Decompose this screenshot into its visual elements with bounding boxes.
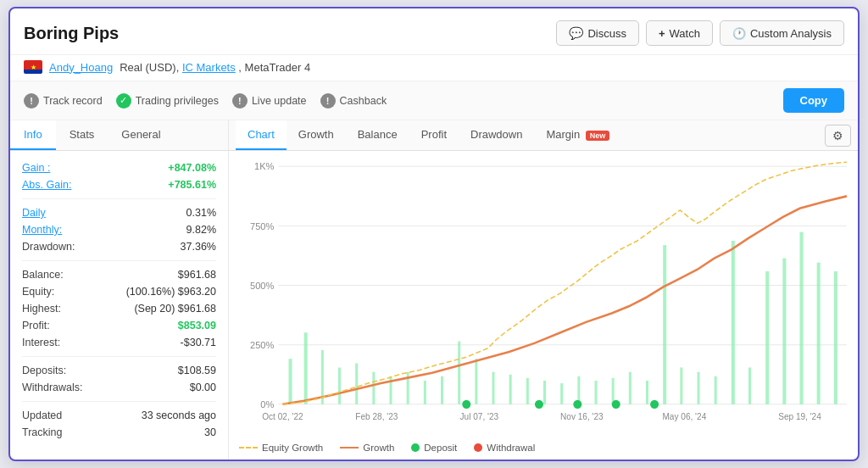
header-actions: 💬 Discuss + Watch 🕐 Custom Analysis [556,20,844,46]
svg-text:May 06, '24: May 06, '24 [662,412,706,421]
badge-cashback: ! Cashback [320,93,387,109]
drawdown-value: 37.36% [181,241,216,253]
withdrawal-label: Withdrawal [487,443,535,453]
deposits-value: $108.59 [178,365,216,376]
chart-svg: 1K% 750% 500% 250% 0% Oct 02, '22 Feb 28… [236,158,851,437]
svg-rect-28 [492,372,495,404]
header: Boring Pips 💬 Discuss + Watch 🕐 Custom A… [10,8,858,55]
svg-rect-37 [646,381,648,404]
monthly-label[interactable]: Monthly: [22,224,62,236]
custom-analysis-button[interactable]: 🕐 Custom Analysis [720,20,844,46]
growth-label: Growth [363,443,394,453]
clock-icon: 🕐 [732,27,746,40]
svg-text:750%: 750% [250,220,274,231]
track-record-icon: ! [24,93,39,109]
stat-equity: Equity: (100.16%) $963.20 [22,283,216,300]
profit-label: Profit: [22,320,50,332]
highest-label: Highest: [22,303,61,315]
svg-rect-40 [698,372,700,404]
svg-rect-43 [748,368,751,404]
gain-value: +847.08% [168,162,216,174]
deposit-dot-icon [411,443,420,452]
cashback-label: Cashback [340,95,387,107]
svg-rect-20 [355,363,358,404]
left-panel: Info Stats General Gain : +847.08% Abs. … [10,120,229,460]
legend-equity-growth: Equity Growth [239,443,323,453]
daily-value: 0.31% [186,207,216,219]
badge-track-record: ! Track record [24,93,103,109]
cashback-icon: ! [320,93,336,109]
equity-growth-line-icon [239,447,258,448]
svg-rect-16 [289,359,292,404]
updated-value: 33 seconds ago [142,410,216,421]
stat-interest: Interest: -$30.71 [22,334,216,351]
withdrawal-dot-icon [474,443,482,452]
stat-daily: Daily 0.31% [22,204,216,221]
chart-tabs: Chart Growth Balance Profit Drawdown Mar… [229,120,858,151]
svg-rect-45 [782,259,786,404]
discuss-button[interactable]: 💬 Discuss [556,20,639,46]
svg-rect-47 [817,263,821,404]
chart-tab-chart[interactable]: Chart [236,120,287,150]
abs-gain-label[interactable]: Abs. Gain: [22,179,71,191]
svg-rect-39 [680,368,682,404]
highest-value: (Sep 20) $961.68 [134,303,216,315]
copy-button[interactable]: Copy [783,88,845,113]
account-row: Andy_Hoang Real (USD), IC Markets , Meta… [10,55,858,81]
svg-point-49 [462,400,470,409]
tab-general[interactable]: General [108,120,174,150]
badges-row: ! Track record ✓ Trading privileges ! Li… [10,81,858,120]
chart-tab-balance[interactable]: Balance [346,120,409,150]
broker-link[interactable]: IC Markets [182,61,236,74]
equity-growth-label: Equity Growth [262,443,323,453]
plus-icon: + [659,27,665,40]
tracking-value: 30 [204,426,216,438]
svg-rect-44 [765,271,769,404]
tab-stats[interactable]: Stats [56,120,108,150]
account-flag [24,60,42,74]
chart-svg-container: 1K% 750% 500% 250% 0% Oct 02, '22 Feb 28… [236,158,851,437]
trading-privileges-icon: ✓ [116,93,131,109]
chart-tab-margin[interactable]: Margin New [534,120,621,150]
discuss-icon: 💬 [569,26,583,40]
svg-rect-21 [372,372,375,404]
svg-text:Feb 28, '23: Feb 28, '23 [355,412,398,421]
updated-label: Updated [22,410,62,421]
badge-live-update: ! Live update [232,93,307,109]
svg-rect-42 [732,241,735,404]
svg-rect-36 [629,372,632,404]
chart-area: 1K% 750% 500% 250% 0% Oct 02, '22 Feb 28… [229,151,858,437]
equity-value: (100.16%) $963.20 [126,286,216,298]
svg-point-52 [612,400,620,409]
svg-rect-27 [475,359,477,404]
watch-button[interactable]: + Watch [646,20,713,46]
growth-line-icon [340,447,359,448]
stat-profit: Profit: $853.09 [22,317,216,334]
daily-label[interactable]: Daily [22,207,46,219]
withdrawals-label: Withdrawals: [22,382,83,393]
svg-point-51 [573,400,581,409]
svg-rect-32 [560,383,563,404]
chart-tab-drawdown[interactable]: Drawdown [459,120,534,150]
svg-text:Nov 16, '23: Nov 16, '23 [560,412,604,421]
tab-info[interactable]: Info [10,120,56,150]
svg-text:Sep 19, '24: Sep 19, '24 [778,412,821,421]
stat-tracking: Tracking 30 [22,424,216,441]
interest-value: -$30.71 [181,337,216,348]
svg-rect-26 [458,342,460,404]
balance-value: $961.68 [178,269,216,281]
gain-label[interactable]: Gain : [22,162,50,174]
chart-settings-button[interactable]: ⚙ [825,125,851,147]
page-title: Boring Pips [24,24,119,43]
svg-text:0%: 0% [260,399,274,410]
chart-tab-profit[interactable]: Profit [409,120,459,150]
main-window: Boring Pips 💬 Discuss + Watch 🕐 Custom A… [8,7,860,461]
account-name-link[interactable]: Andy_Hoang [49,61,113,74]
svg-rect-46 [800,232,804,404]
deposit-label: Deposit [424,443,457,453]
svg-text:500%: 500% [250,281,274,291]
monthly-value: 9.82% [186,224,216,236]
chart-legend: Equity Growth Growth Deposit Withdrawal [229,437,858,460]
account-type: Real (USD), IC Markets , MetaTrader 4 [120,61,310,74]
chart-tab-growth[interactable]: Growth [287,120,346,150]
